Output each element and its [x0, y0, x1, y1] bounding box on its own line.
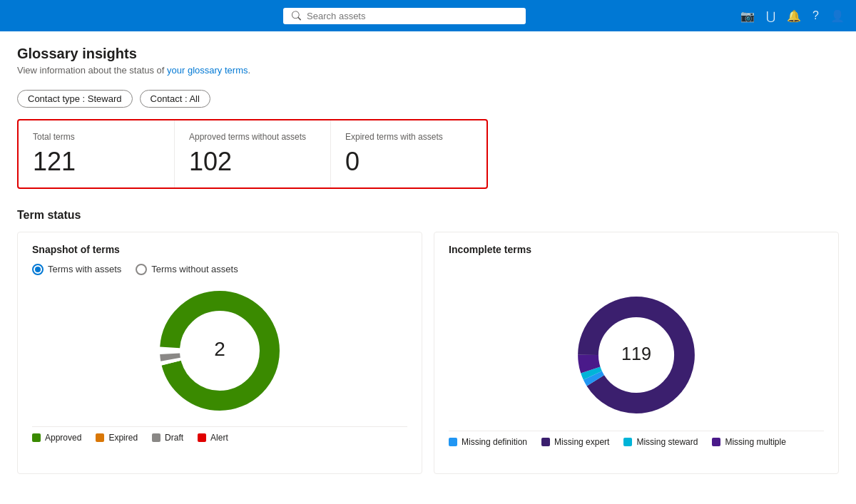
- stats-container: Total terms 121 Approved terms without a…: [17, 119, 488, 189]
- legend-alert: Alert: [198, 433, 228, 443]
- person-icon[interactable]: 👤: [830, 9, 845, 23]
- search-bar[interactable]: [283, 8, 526, 24]
- snapshot-donut-wrapper: 2: [32, 287, 407, 415]
- stat-total-terms: Total terms 121: [19, 120, 175, 187]
- incomplete-donut-wrapper: 119: [449, 291, 824, 419]
- filter-row: Contact type : Steward Contact : All: [17, 90, 839, 108]
- incomplete-legend: Missing definition Missing expert Missin…: [449, 431, 824, 447]
- stat-total-value: 121: [33, 148, 160, 176]
- legend-label-approved: Approved: [45, 433, 81, 443]
- incomplete-title: Incomplete terms: [449, 244, 824, 255]
- page-content: Glossary insights View information about…: [0, 31, 856, 488]
- legend-label-expired: Expired: [108, 433, 138, 443]
- subtitle-link[interactable]: your glossary terms: [167, 65, 248, 76]
- radio-group: Terms with assets Terms without assets: [32, 264, 407, 275]
- snapshot-title: Snapshot of terms: [32, 244, 407, 255]
- app-header: 📷 ⋃ 🔔 ? 👤: [0, 0, 856, 31]
- snapshot-legend: Approved Expired Draft Alert: [32, 426, 407, 443]
- stat-approved-value: 102: [189, 148, 316, 176]
- incomplete-donut-chart: 119: [572, 291, 700, 419]
- incomplete-panel: Incomplete terms 119: [434, 232, 839, 474]
- legend-label-missing-steward: Missing steward: [636, 437, 698, 447]
- page-title: Glossary insights: [17, 46, 839, 62]
- radio-label-without-assets: Terms without assets: [151, 264, 238, 274]
- stat-total-label: Total terms: [33, 132, 160, 142]
- search-icon: [292, 11, 301, 21]
- radio-circle-unselected: [136, 264, 147, 275]
- help-icon[interactable]: ?: [812, 9, 819, 22]
- stat-expired-value: 0: [345, 148, 472, 176]
- legend-label-alert: Alert: [210, 433, 228, 443]
- legend-missing-steward: Missing steward: [623, 437, 698, 447]
- grid-icon[interactable]: ⋃: [766, 9, 775, 23]
- radio-terms-with-assets[interactable]: Terms with assets: [32, 264, 121, 275]
- legend-label-missing-multiple: Missing multiple: [725, 437, 785, 447]
- stat-expired-label: Expired terms with assets: [345, 132, 472, 142]
- legend-expired: Expired: [96, 433, 138, 443]
- radio-circle-selected: [32, 264, 44, 275]
- legend-dot-draft: [152, 433, 160, 442]
- legend-approved: Approved: [32, 433, 81, 443]
- legend-label-missing-expert: Missing expert: [554, 437, 609, 447]
- snapshot-donut-chart: 2: [156, 287, 284, 415]
- snapshot-center-value: 2: [214, 338, 225, 360]
- stat-expired-terms: Expired terms with assets 0: [331, 120, 486, 187]
- charts-row: Snapshot of terms Terms with assets Term…: [17, 232, 839, 474]
- legend-dot-missing-expert: [541, 438, 550, 446]
- stat-approved-terms: Approved terms without assets 102: [175, 120, 331, 187]
- radio-label-with-assets: Terms with assets: [48, 264, 121, 274]
- header-icons: 📷 ⋃ 🔔 ? 👤: [740, 9, 845, 23]
- contact-filter[interactable]: Contact : All: [140, 90, 210, 108]
- legend-label-draft: Draft: [165, 433, 183, 443]
- legend-dot-missing-definition: [449, 438, 457, 446]
- incomplete-center-value: 119: [621, 343, 651, 363]
- bell-icon[interactable]: 🔔: [787, 9, 801, 23]
- search-input[interactable]: [307, 11, 517, 21]
- snapshot-panel: Snapshot of terms Terms with assets Term…: [17, 232, 422, 474]
- stat-approved-label: Approved terms without assets: [189, 132, 316, 142]
- legend-dot-expired: [96, 433, 104, 442]
- contact-type-filter[interactable]: Contact type : Steward: [17, 90, 133, 108]
- legend-missing-expert: Missing expert: [541, 437, 609, 447]
- legend-dot-missing-steward: [623, 438, 632, 446]
- legend-dot-alert: [198, 433, 206, 442]
- legend-label-missing-definition: Missing definition: [462, 437, 527, 447]
- legend-missing-multiple: Missing multiple: [712, 437, 785, 447]
- feedback-icon[interactable]: 📷: [740, 9, 755, 23]
- legend-draft: Draft: [152, 433, 183, 443]
- legend-dot-approved: [32, 433, 41, 442]
- page-subtitle: View information about the status of you…: [17, 65, 839, 76]
- radio-terms-without-assets[interactable]: Terms without assets: [136, 264, 238, 275]
- legend-dot-missing-multiple: [712, 438, 720, 446]
- legend-missing-definition: Missing definition: [449, 437, 527, 447]
- section-title-term-status: Term status: [17, 209, 839, 222]
